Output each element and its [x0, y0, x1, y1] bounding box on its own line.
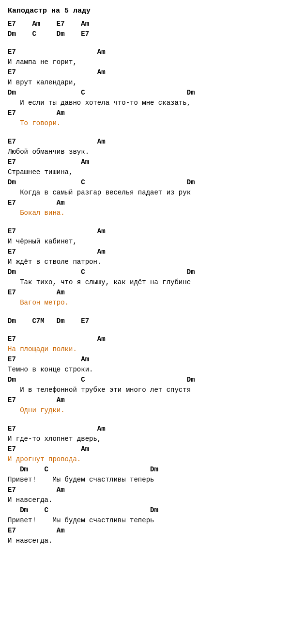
- empty-line: [8, 308, 282, 316]
- chord-line: Dm C Dm: [8, 505, 282, 515]
- chord-line: Е7 Am: [8, 444, 282, 454]
- chord-line: Е7 Am: [8, 354, 282, 365]
- chord-line: Е7 Am: [8, 67, 282, 78]
- chord-line: Е7 Am: [8, 395, 282, 405]
- chord-line: Е7 Am: [8, 47, 282, 57]
- lyric-indent-line: Когда в самый разгар веселья падает из р…: [8, 188, 282, 198]
- chord-line: Dm C Dm: [8, 267, 282, 277]
- chord-line: Dm C Dm: [8, 465, 282, 475]
- lyric-line: Привет! Мы будем счастливы теперь: [8, 475, 282, 485]
- lyric-line: Страшнее тишина,: [8, 167, 282, 177]
- lyric-line: Привет! Мы будем счастливы теперь: [8, 515, 282, 526]
- lyric-line: И лампа не горит,: [8, 57, 282, 67]
- lyric-line: Темно в конце строки.: [8, 365, 282, 375]
- empty-line: [8, 326, 282, 335]
- empty-line: [8, 129, 282, 137]
- lyric-indent-line: Так тихо, что я слышу, как идёт на глуби…: [8, 277, 282, 288]
- chord-line: Е7 Am: [8, 485, 282, 495]
- empty-line: [8, 39, 282, 48]
- lyric-orange-line: И дрогнут провода.: [8, 454, 282, 465]
- chord-line: Dm C Dm: [8, 375, 282, 385]
- lyric-line: И ждёт в стволе патрон.: [8, 257, 282, 267]
- empty-line: [8, 416, 282, 424]
- lyric-line: Любой обманчив звук.: [8, 147, 282, 157]
- chord-line: Dm C Dm Е7: [8, 29, 282, 39]
- lyric-line: И навсегда.: [8, 495, 282, 505]
- chord-line: Е7 Am: [8, 157, 282, 167]
- chord-line: Е7 Am: [8, 108, 282, 118]
- chord-line: Е7 Am: [8, 424, 282, 434]
- lyric-line: И где-то хлопнет дверь,: [8, 434, 282, 444]
- lyric-line: И навсегда.: [8, 536, 282, 546]
- lyric-orange-line: Одни гудки.: [8, 405, 282, 416]
- lyric-line: И врут календари,: [8, 78, 282, 88]
- lyric-orange-line: То говори.: [8, 118, 282, 129]
- chord-line: Е7 Am: [8, 288, 282, 298]
- song-title: Каподастр на 5 ладу: [8, 6, 282, 17]
- chord-line: Dm C Dm: [8, 177, 282, 188]
- lyric-indent-line: И в телефонной трубке эти много лет спус…: [8, 385, 282, 395]
- chord-line: Е7 Am: [8, 198, 282, 208]
- lyric-orange-line: Бокал вина.: [8, 208, 282, 218]
- empty-line: [8, 218, 282, 226]
- lyric-orange-line: На площади полки.: [8, 344, 282, 354]
- chord-line: Е7 Am: [8, 137, 282, 147]
- chord-line: Е7 Am: [8, 247, 282, 257]
- chord-line: Dm С7M Dm Е7: [8, 316, 282, 326]
- chord-line: Е7 Am Е7 Am: [8, 19, 282, 29]
- chord-line: Е7 Am: [8, 526, 282, 536]
- lyric-indent-line: И если ты давно хотела что-то мне сказат…: [8, 98, 282, 108]
- chord-line: Е7 Am: [8, 226, 282, 237]
- chord-line: Dm C Dm: [8, 88, 282, 98]
- song-container: Каподастр на 5 ладуЕ7 Am Е7 AmDm C Dm Е7…: [8, 6, 282, 546]
- lyric-line: И чёрный кабинет,: [8, 237, 282, 247]
- chord-line: Е7 Am: [8, 334, 282, 344]
- lyric-orange-line: Вагон метро.: [8, 298, 282, 308]
